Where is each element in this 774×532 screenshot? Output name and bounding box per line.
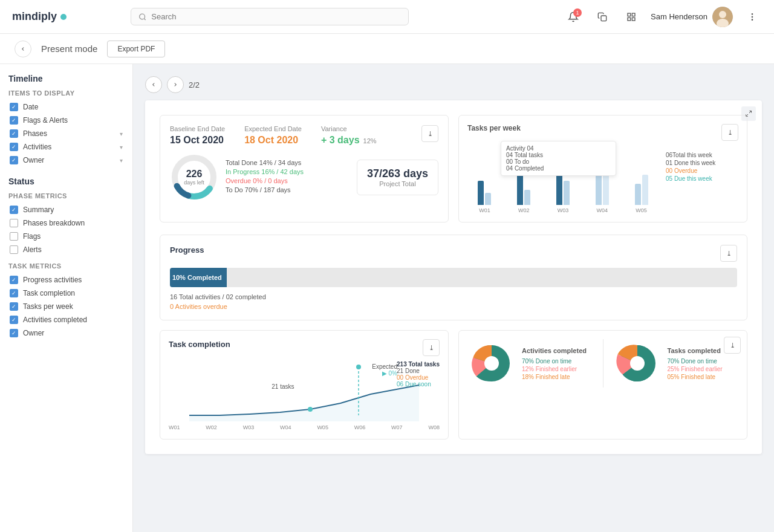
expected-label-text: Expected [372,363,397,370]
variance-pct: 12% [363,137,377,144]
slide-number: 2/2 [189,80,200,89]
date-label: Date [23,103,38,111]
search-input[interactable] [151,12,401,21]
summary-checkbox[interactable] [10,206,18,214]
tc-stats: 213 Total tasks 21 Done 00 Overdue 06 Du… [397,361,440,388]
sidebar-item-flags[interactable]: Flags & Alerts [8,114,124,127]
metrics-stats: Total Done 14% / 34 days In Progress 16%… [226,159,345,195]
back-button[interactable] [15,41,31,57]
progress-pct: 10% Completed [172,274,222,281]
logo: mindiply [12,10,121,23]
activities-checkbox[interactable] [10,143,18,151]
owner-metric-checkbox[interactable] [10,329,18,337]
task-completion-title: Task completion [169,340,230,349]
donut-number: 226 [184,169,204,180]
activities-completed-title: Activities completed [522,347,587,354]
pie-download-button[interactable]: ⤓ [724,337,741,354]
svg-rect-4 [632,13,635,16]
bar-w03-light [564,181,570,205]
sidebar-item-tasks-per-week[interactable]: Tasks per week [8,300,124,313]
activities-completed-label: Activities completed [23,316,87,324]
more-icon[interactable] [743,7,762,27]
sidebar-item-alerts[interactable]: Alerts [8,243,124,256]
activities-completed-checkbox[interactable] [10,316,18,324]
progress-download-button[interactable]: ⤓ [720,245,737,262]
tasks-completed-title: Tasks completed [668,347,723,354]
export-pdf-button[interactable]: Export PDF [107,41,165,57]
baseline-label: Baseline End Date [170,125,225,132]
sidebar-item-flags-metric[interactable]: Flags [8,230,124,243]
bar-w04-label: W04 [597,207,608,213]
flags-label: Flags & Alerts [23,116,68,125]
bar-w05-dark [635,184,641,205]
sidebar-item-summary[interactable]: Summary [8,203,124,216]
task-finished-earlier: 25% Finished earlier [668,366,723,372]
task-completion-checkbox[interactable] [10,289,18,297]
tasks-per-week-card: Tasks per week ⤓ Activity 04 04 Total ta… [458,115,747,222]
owner-metric-label: Owner [23,329,44,337]
notification-icon[interactable]: 1 [564,7,583,27]
bar-w03-label: W03 [558,207,569,213]
sidebar-item-progress-activities[interactable]: Progress activities [8,273,124,287]
main: Timeline Items to display Date Flags & A… [0,64,774,532]
activities-pie-legend: Activities completed 70% Done on time 12… [522,347,587,380]
next-slide-button[interactable] [167,76,184,93]
alerts-checkbox[interactable] [10,245,18,254]
total-done-row: Total Done 14% / 34 days [226,159,345,166]
chart-legend: 06Total this week 01 Done this week 00 O… [666,146,738,213]
sidebar-item-owner[interactable]: Owner ▾ [8,154,124,167]
progress-activities-checkbox[interactable] [10,276,18,284]
overdue-row: Overdue 0% / 0 days [226,177,345,184]
tasks-per-week-download-button[interactable]: ⤓ [721,124,738,141]
bar-w04-light [603,172,609,205]
tooltip-completed: 04 Completed [506,165,611,172]
variance-label: Variance [321,125,377,132]
summary-label: Summary [23,206,54,214]
tasks-pie-chart [613,339,662,388]
topnav: mindiply 1 Sam Henderson [0,0,774,34]
copy-icon[interactable] [593,7,612,27]
tooltip-total: 04 Total tasks [506,152,611,158]
sidebar-item-date[interactable]: Date [8,100,124,114]
notification-badge: 1 [573,8,582,17]
svg-point-25 [630,356,645,371]
sidebar-item-task-completion[interactable]: Task completion [8,287,124,300]
wk-w01: W01 [169,424,180,430]
sidebar-item-activities[interactable]: Activities ▾ [8,140,124,154]
svg-marker-18 [189,385,419,421]
phases-breakdown-label: Phases breakdown [23,219,85,227]
pie-divider [603,339,603,388]
flags-metric-checkbox[interactable] [10,232,18,241]
date-checkbox[interactable] [10,103,18,111]
search-bar[interactable] [131,8,409,25]
phases-breakdown-checkbox[interactable] [10,219,18,227]
flags-checkbox[interactable] [10,116,18,125]
svg-point-21 [356,365,361,369]
wk-w02: W02 [206,424,217,430]
task-completion-download-button[interactable]: ⤓ [423,339,440,356]
tc-due-soon: 06 Due soon [397,381,440,388]
logo-text: mindiply [12,10,57,23]
svg-point-8 [719,11,726,18]
sidebar-item-activities-completed[interactable]: Activities completed [8,313,124,326]
owner-checkbox[interactable] [10,156,18,164]
user-info[interactable]: Sam Henderson [651,7,733,27]
sidebar-item-owner-metric[interactable]: Owner [8,326,124,340]
expected-pct: ▶ 0% [372,370,397,377]
variance-value: + 3 days [321,135,360,146]
legend-overdue: 00 Overdue [666,167,738,174]
prev-slide-button[interactable] [145,76,162,93]
sidebar-item-phases[interactable]: Phases ▾ [8,127,124,140]
flags-metric-label: Flags [23,232,41,241]
bar-w02-light [524,190,530,205]
grid-icon[interactable] [622,7,641,27]
tasks-per-week-checkbox[interactable] [10,302,18,311]
tooltip-todo: 00 To do [506,158,611,165]
task-completion-card: Task completion ⤓ [160,330,449,440]
expected-date: 18 Oct 2020 [244,135,302,146]
sidebar-item-phases-breakdown[interactable]: Phases breakdown [8,216,124,230]
metrics-download-button[interactable]: ⤓ [421,125,438,142]
donut-chart: 226 days left [170,153,218,201]
wk-w05: W05 [317,424,328,430]
phases-checkbox[interactable] [10,129,18,138]
